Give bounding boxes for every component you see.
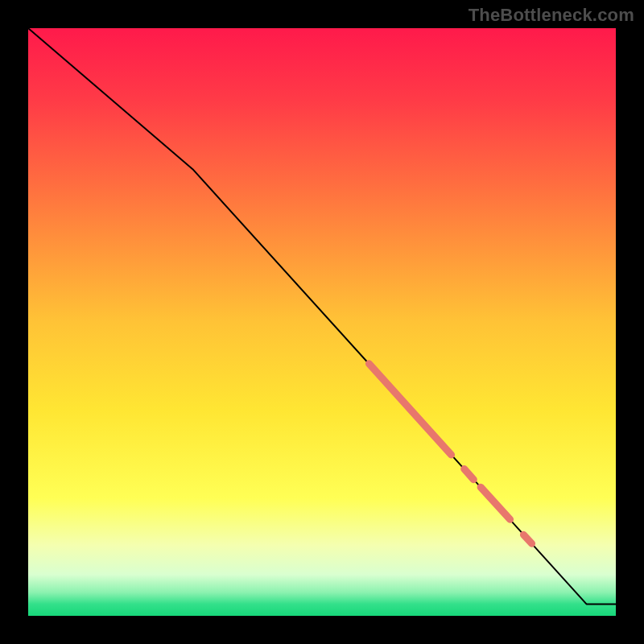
chart-frame: TheBottleneck.com bbox=[0, 0, 644, 644]
curve-layer bbox=[28, 28, 616, 616]
highlight-segment-1 bbox=[464, 469, 474, 480]
plot-area bbox=[28, 28, 616, 616]
watermark-text: TheBottleneck.com bbox=[469, 5, 634, 26]
highlight-segment-2 bbox=[481, 487, 510, 519]
highlight-segment-3 bbox=[523, 535, 531, 543]
highlight-segment-0 bbox=[369, 364, 451, 455]
series-curve bbox=[28, 28, 616, 604]
